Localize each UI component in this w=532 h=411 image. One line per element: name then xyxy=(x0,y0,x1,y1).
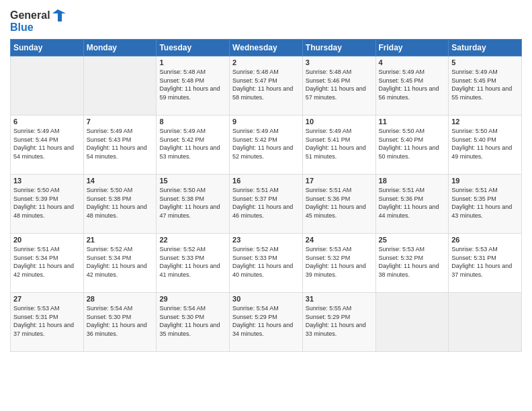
calendar-cell: 24Sunrise: 5:53 AMSunset: 5:32 PMDayligh… xyxy=(302,234,375,293)
cell-details: Sunrise: 5:53 AMSunset: 5:32 PMDaylight:… xyxy=(379,245,446,279)
calendar-cell: 2Sunrise: 5:48 AMSunset: 5:47 PMDaylight… xyxy=(230,56,303,116)
day-number: 18 xyxy=(379,177,446,185)
weekday-header-row: SundayMondayTuesdayWednesdayThursdayFrid… xyxy=(11,40,522,56)
calendar-cell: 19Sunrise: 5:51 AMSunset: 5:35 PMDayligh… xyxy=(449,175,522,234)
cell-details: Sunrise: 5:51 AMSunset: 5:37 PMDaylight:… xyxy=(232,186,300,220)
day-number: 15 xyxy=(159,177,226,185)
day-number: 7 xyxy=(87,118,154,126)
cell-details: Sunrise: 5:49 AMSunset: 5:42 PMDaylight:… xyxy=(232,127,300,161)
day-number: 11 xyxy=(379,118,446,126)
day-number: 10 xyxy=(306,118,373,126)
cell-details: Sunrise: 5:52 AMSunset: 5:34 PMDaylight:… xyxy=(87,245,154,279)
cell-details: Sunrise: 5:48 AMSunset: 5:47 PMDaylight:… xyxy=(232,68,300,101)
day-number: 5 xyxy=(451,58,519,66)
cell-details: Sunrise: 5:49 AMSunset: 5:43 PMDaylight:… xyxy=(87,127,154,161)
weekday-header: Monday xyxy=(83,40,157,56)
cell-details: Sunrise: 5:55 AMSunset: 5:29 PMDaylight:… xyxy=(306,304,373,338)
calendar-cell: 25Sunrise: 5:53 AMSunset: 5:32 PMDayligh… xyxy=(375,234,449,293)
calendar-cell xyxy=(11,56,84,116)
day-number: 20 xyxy=(13,236,81,244)
day-number: 28 xyxy=(87,295,154,303)
calendar-cell: 18Sunrise: 5:51 AMSunset: 5:36 PMDayligh… xyxy=(375,175,449,234)
weekday-header: Tuesday xyxy=(157,40,230,56)
calendar-cell xyxy=(375,293,449,352)
day-number: 14 xyxy=(87,177,154,185)
cell-details: Sunrise: 5:53 AMSunset: 5:31 PMDaylight:… xyxy=(451,245,519,279)
cell-details: Sunrise: 5:51 AMSunset: 5:34 PMDaylight:… xyxy=(13,245,81,279)
cell-details: Sunrise: 5:50 AMSunset: 5:40 PMDaylight:… xyxy=(451,127,519,161)
calendar-cell: 14Sunrise: 5:50 AMSunset: 5:38 PMDayligh… xyxy=(83,175,157,234)
calendar-cell: 6Sunrise: 5:49 AMSunset: 5:44 PMDaylight… xyxy=(11,116,84,175)
cell-details: Sunrise: 5:49 AMSunset: 5:42 PMDaylight:… xyxy=(159,127,226,161)
calendar-cell: 11Sunrise: 5:50 AMSunset: 5:40 PMDayligh… xyxy=(375,116,449,175)
day-number: 25 xyxy=(379,236,446,244)
calendar-week-row: 27Sunrise: 5:53 AMSunset: 5:31 PMDayligh… xyxy=(11,293,522,352)
day-number: 22 xyxy=(159,236,226,244)
cell-details: Sunrise: 5:50 AMSunset: 5:38 PMDaylight:… xyxy=(87,186,154,220)
svg-marker-0 xyxy=(52,9,66,21)
cell-details: Sunrise: 5:51 AMSunset: 5:35 PMDaylight:… xyxy=(451,186,519,220)
cell-details: Sunrise: 5:54 AMSunset: 5:30 PMDaylight:… xyxy=(159,304,226,338)
calendar-cell: 5Sunrise: 5:49 AMSunset: 5:45 PMDaylight… xyxy=(449,56,522,116)
header: General Blue xyxy=(10,7,522,34)
day-number: 29 xyxy=(159,295,226,303)
day-number: 30 xyxy=(232,295,300,303)
weekday-header: Saturday xyxy=(449,40,522,56)
calendar-cell: 13Sunrise: 5:50 AMSunset: 5:39 PMDayligh… xyxy=(11,175,84,234)
cell-details: Sunrise: 5:54 AMSunset: 5:30 PMDaylight:… xyxy=(87,304,154,338)
calendar-cell: 17Sunrise: 5:51 AMSunset: 5:36 PMDayligh… xyxy=(302,175,375,234)
cell-details: Sunrise: 5:48 AMSunset: 5:46 PMDaylight:… xyxy=(306,68,373,101)
calendar-page: General Blue SundayMondayTuesdayWednesda… xyxy=(0,0,532,411)
day-number: 9 xyxy=(232,118,300,126)
day-number: 2 xyxy=(232,58,300,66)
day-number: 23 xyxy=(232,236,300,244)
calendar-cell: 29Sunrise: 5:54 AMSunset: 5:30 PMDayligh… xyxy=(157,293,230,352)
calendar-cell: 30Sunrise: 5:54 AMSunset: 5:29 PMDayligh… xyxy=(230,293,303,352)
day-number: 27 xyxy=(13,295,81,303)
weekday-header: Friday xyxy=(375,40,449,56)
day-number: 1 xyxy=(159,58,226,66)
calendar-cell xyxy=(83,56,157,116)
cell-details: Sunrise: 5:49 AMSunset: 5:41 PMDaylight:… xyxy=(306,127,373,161)
day-number: 4 xyxy=(379,58,446,66)
calendar-cell: 21Sunrise: 5:52 AMSunset: 5:34 PMDayligh… xyxy=(83,234,157,293)
cell-details: Sunrise: 5:48 AMSunset: 5:48 PMDaylight:… xyxy=(159,68,226,101)
calendar-cell: 1Sunrise: 5:48 AMSunset: 5:48 PMDaylight… xyxy=(157,56,230,116)
cell-details: Sunrise: 5:54 AMSunset: 5:29 PMDaylight:… xyxy=(232,304,300,338)
day-number: 21 xyxy=(87,236,154,244)
day-number: 12 xyxy=(451,118,519,126)
calendar-cell: 28Sunrise: 5:54 AMSunset: 5:30 PMDayligh… xyxy=(83,293,157,352)
calendar-cell: 22Sunrise: 5:52 AMSunset: 5:33 PMDayligh… xyxy=(157,234,230,293)
cell-details: Sunrise: 5:49 AMSunset: 5:45 PMDaylight:… xyxy=(451,68,519,101)
day-number: 26 xyxy=(451,236,519,244)
day-number: 16 xyxy=(232,177,300,185)
cell-details: Sunrise: 5:52 AMSunset: 5:33 PMDaylight:… xyxy=(232,245,300,279)
cell-details: Sunrise: 5:49 AMSunset: 5:44 PMDaylight:… xyxy=(13,127,81,161)
cell-details: Sunrise: 5:52 AMSunset: 5:33 PMDaylight:… xyxy=(159,245,226,279)
cell-details: Sunrise: 5:50 AMSunset: 5:39 PMDaylight:… xyxy=(13,186,81,220)
day-number: 6 xyxy=(13,118,81,126)
calendar-table: SundayMondayTuesdayWednesdayThursdayFrid… xyxy=(10,39,522,352)
day-number: 19 xyxy=(451,177,519,185)
calendar-cell: 10Sunrise: 5:49 AMSunset: 5:41 PMDayligh… xyxy=(302,116,375,175)
calendar-cell: 3Sunrise: 5:48 AMSunset: 5:46 PMDaylight… xyxy=(302,56,375,116)
calendar-week-row: 6Sunrise: 5:49 AMSunset: 5:44 PMDaylight… xyxy=(11,116,522,175)
calendar-cell: 16Sunrise: 5:51 AMSunset: 5:37 PMDayligh… xyxy=(230,175,303,234)
calendar-cell: 31Sunrise: 5:55 AMSunset: 5:29 PMDayligh… xyxy=(302,293,375,352)
calendar-cell: 27Sunrise: 5:53 AMSunset: 5:31 PMDayligh… xyxy=(11,293,84,352)
cell-details: Sunrise: 5:53 AMSunset: 5:31 PMDaylight:… xyxy=(13,304,81,338)
cell-details: Sunrise: 5:50 AMSunset: 5:38 PMDaylight:… xyxy=(159,186,226,220)
day-number: 13 xyxy=(13,177,81,185)
calendar-cell: 9Sunrise: 5:49 AMSunset: 5:42 PMDaylight… xyxy=(230,116,303,175)
calendar-cell: 4Sunrise: 5:49 AMSunset: 5:45 PMDaylight… xyxy=(375,56,449,116)
logo-blue: Blue xyxy=(10,21,34,34)
calendar-cell: 7Sunrise: 5:49 AMSunset: 5:43 PMDaylight… xyxy=(83,116,157,175)
cell-details: Sunrise: 5:53 AMSunset: 5:32 PMDaylight:… xyxy=(306,245,373,279)
cell-details: Sunrise: 5:51 AMSunset: 5:36 PMDaylight:… xyxy=(379,186,446,220)
cell-details: Sunrise: 5:49 AMSunset: 5:45 PMDaylight:… xyxy=(379,68,446,101)
weekday-header: Sunday xyxy=(11,40,84,56)
calendar-cell: 12Sunrise: 5:50 AMSunset: 5:40 PMDayligh… xyxy=(449,116,522,175)
calendar-cell: 26Sunrise: 5:53 AMSunset: 5:31 PMDayligh… xyxy=(449,234,522,293)
calendar-cell: 20Sunrise: 5:51 AMSunset: 5:34 PMDayligh… xyxy=(11,234,84,293)
logo-flag-icon xyxy=(52,9,66,21)
